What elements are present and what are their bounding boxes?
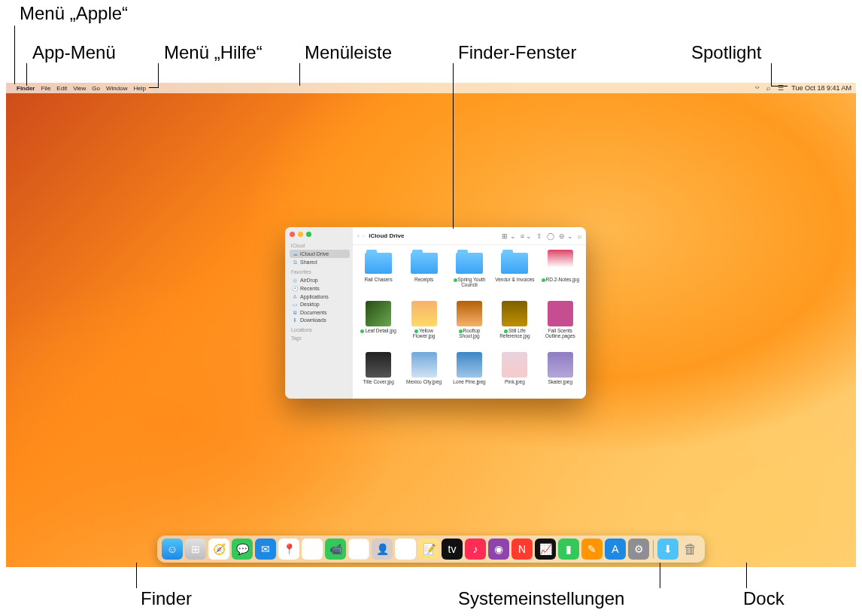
search-button[interactable]: ⌕ bbox=[578, 232, 581, 240]
sidebar-item-label: Shared bbox=[300, 259, 317, 265]
spotlight-icon[interactable]: ⌕ bbox=[766, 84, 770, 92]
file-name: Receipts bbox=[414, 277, 433, 282]
file-item[interactable]: Spring Youth Council bbox=[447, 250, 492, 299]
back-button[interactable]: ‹ bbox=[357, 232, 358, 239]
file-name: Spring Youth Council bbox=[449, 277, 490, 287]
file-item[interactable]: Receipts bbox=[401, 250, 446, 299]
finder-window: iCloud☁iCloud Drive⧉SharedFavorites◎AirD… bbox=[285, 227, 586, 399]
view-icons-button[interactable]: ⊞ ⌄ bbox=[502, 232, 516, 240]
file-thumbnail bbox=[411, 352, 437, 378]
dock-app-pages[interactable]: ✎ bbox=[581, 539, 602, 560]
action-button[interactable]: ⊖ ⌄ bbox=[559, 232, 573, 240]
menubar-datetime[interactable]: Tue Oct 18 9:41 AM bbox=[791, 84, 851, 92]
dock-app-photos[interactable]: ✿ bbox=[302, 539, 323, 560]
dock-trash[interactable]: 🗑 bbox=[681, 539, 700, 560]
sidebar-item-applications[interactable]: AApplications bbox=[290, 293, 350, 300]
sidebar-item-icon: A bbox=[292, 294, 298, 299]
dock-app-calendar[interactable]: 18 bbox=[348, 539, 369, 560]
callout-menu-bar: Menüleiste bbox=[305, 42, 392, 63]
file-item[interactable]: RD.2-Notes.jpg bbox=[538, 250, 583, 299]
file-name: Pink.jpeg bbox=[505, 379, 525, 384]
leader bbox=[26, 63, 27, 86]
file-item[interactable]: Yellow Flower.jpg bbox=[401, 301, 446, 350]
file-thumbnail bbox=[548, 301, 573, 326]
callout-dock: Dock bbox=[743, 588, 785, 609]
sidebar-item-icon: ▭ bbox=[292, 302, 298, 308]
tag-dot bbox=[504, 329, 508, 333]
forward-button[interactable]: › bbox=[363, 232, 363, 239]
file-name: Title Cover.jpg bbox=[363, 379, 394, 384]
dock-app-system-settings[interactable]: ⚙ bbox=[628, 539, 649, 560]
file-item[interactable]: Title Cover.jpg bbox=[356, 352, 401, 399]
sidebar-item-icloud-drive[interactable]: ☁iCloud Drive bbox=[290, 250, 350, 258]
zoom-button[interactable] bbox=[306, 232, 311, 237]
menu-file[interactable]: File bbox=[41, 85, 50, 92]
file-name: Fall Scents Outline.pages bbox=[540, 328, 581, 338]
file-name: Skater.jpeg bbox=[548, 379, 573, 384]
menu-view[interactable]: View bbox=[73, 85, 86, 92]
sidebar-item-airdrop[interactable]: ◎AirDrop bbox=[290, 276, 350, 284]
sidebar-item-shared[interactable]: ⧉Shared bbox=[290, 258, 350, 266]
file-item[interactable]: Rail Chasers bbox=[356, 250, 401, 299]
file-item[interactable]: Leaf Detail.jpg bbox=[356, 301, 401, 350]
file-thumbnail bbox=[502, 352, 527, 378]
close-button[interactable] bbox=[290, 232, 295, 237]
sidebar-item-downloads[interactable]: ⬇Downloads bbox=[290, 316, 350, 324]
dock-app-app-store[interactable]: A bbox=[605, 539, 626, 560]
menu-help[interactable]: Help bbox=[133, 85, 145, 92]
minimize-button[interactable] bbox=[298, 232, 303, 237]
dock-app-safari[interactable]: 🧭 bbox=[208, 539, 229, 560]
dock-app-maps[interactable]: 📍 bbox=[278, 539, 299, 560]
menu-edit[interactable]: Edit bbox=[56, 85, 67, 92]
dock-app-reminders[interactable]: ☰ bbox=[395, 539, 416, 560]
tags-button[interactable]: ◯ bbox=[547, 232, 554, 240]
folder-icon bbox=[365, 253, 392, 274]
sidebar-item-documents[interactable]: 🗎Documents bbox=[290, 308, 350, 316]
file-name: Still Life Reference.jpg bbox=[494, 328, 535, 338]
tag-dot bbox=[454, 278, 457, 282]
finder-icon-grid: Rail ChasersReceiptsSpring Youth Council… bbox=[353, 245, 586, 399]
dock-app-numbers[interactable]: ▮ bbox=[558, 539, 579, 560]
tag-dot bbox=[542, 278, 545, 282]
dock-app-tv[interactable]: tv bbox=[442, 539, 463, 560]
dock-app-launchpad[interactable]: ⊞ bbox=[185, 539, 206, 560]
dock-app-music[interactable]: ♪ bbox=[465, 539, 486, 560]
file-item[interactable]: Fall Scents Outline.pages bbox=[538, 301, 583, 350]
leader bbox=[453, 63, 454, 229]
dock-app-stocks[interactable]: 📈 bbox=[535, 539, 556, 560]
dock-app-contacts[interactable]: 👤 bbox=[372, 539, 393, 560]
file-item[interactable]: Mexico City.jpeg bbox=[401, 352, 446, 399]
dock-app-news[interactable]: N bbox=[511, 539, 533, 560]
group-button[interactable]: ≡ ⌄ bbox=[521, 232, 533, 240]
window-controls bbox=[290, 232, 350, 237]
file-item[interactable]: Skater.jpeg bbox=[538, 352, 583, 399]
dock-app-notes[interactable]: 📝 bbox=[418, 539, 439, 560]
file-thumbnail bbox=[457, 301, 482, 326]
dock-app-mail[interactable]: ✉ bbox=[255, 539, 276, 560]
sidebar-item-icon: ⬇ bbox=[292, 317, 298, 323]
file-item[interactable]: Lone Pine.jpeg bbox=[447, 352, 492, 399]
sidebar-item-label: Applications bbox=[300, 294, 329, 299]
dock-app-messages[interactable]: 💬 bbox=[232, 539, 253, 560]
menu-bar: Finder File Edit View Go Window Help ⌔ ⌕… bbox=[6, 83, 856, 93]
menu-go[interactable]: Go bbox=[92, 85, 100, 92]
sidebar-item-recents[interactable]: 🕘Recents bbox=[290, 284, 350, 293]
menu-window[interactable]: Window bbox=[106, 85, 127, 92]
dock-app-finder[interactable]: ☺ bbox=[162, 539, 183, 560]
leader bbox=[660, 563, 660, 588]
sidebar-item-desktop[interactable]: ▭Desktop bbox=[290, 300, 350, 308]
dock-separator bbox=[653, 540, 654, 558]
dock-app-facetime[interactable]: 📹 bbox=[325, 539, 346, 560]
file-item[interactable]: Still Life Reference.jpg bbox=[492, 301, 537, 350]
sidebar-item-label: iCloud Drive bbox=[300, 251, 329, 256]
desktop[interactable]: Finder File Edit View Go Window Help ⌔ ⌕… bbox=[6, 83, 856, 567]
file-item[interactable]: Rooftop Shoot.jpg bbox=[447, 301, 492, 350]
sidebar-item-label: Recents bbox=[300, 286, 320, 291]
callout-system-settings: Systemeinstellungen bbox=[458, 588, 624, 609]
share-button[interactable]: ⇪ bbox=[536, 232, 542, 240]
dock-app-podcasts[interactable]: ◉ bbox=[488, 539, 509, 560]
file-item[interactable]: Vendor & Invoices bbox=[492, 250, 537, 299]
file-item[interactable]: Pink.jpeg bbox=[492, 352, 537, 399]
dock-downloads[interactable]: ⬇ bbox=[657, 539, 678, 560]
wifi-icon[interactable]: ⌔ bbox=[755, 84, 759, 92]
